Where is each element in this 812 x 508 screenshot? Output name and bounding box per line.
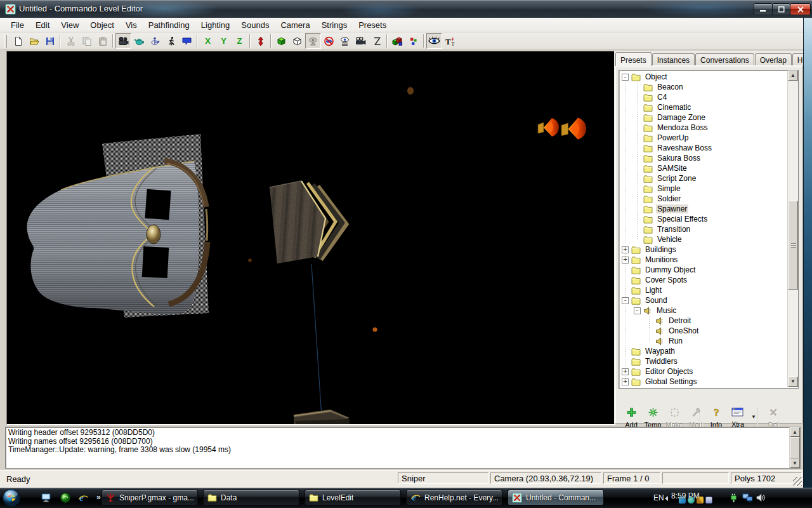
wireframe-cube-icon[interactable] bbox=[289, 33, 305, 49]
tree-item-munitions[interactable]: + Munitions bbox=[619, 255, 787, 265]
minimize-button[interactable] bbox=[754, 3, 773, 15]
tree-scrollbar[interactable]: ▲ ▼ bbox=[787, 70, 798, 387]
distant-marker[interactable] bbox=[248, 258, 252, 262]
output-log[interactable]: Writing header offset 9295312 (008DD5D0)… bbox=[5, 427, 801, 469]
tab-presets[interactable]: Presets bbox=[615, 52, 652, 66]
taskbar-button-data[interactable]: Data bbox=[203, 490, 299, 505]
taskbar-button-untitled-comman[interactable]: Untitled - Comman... bbox=[508, 490, 604, 505]
tree-item-oneshot[interactable]: OneShot bbox=[619, 326, 787, 336]
lower-model[interactable] bbox=[294, 410, 350, 424]
tray-clock[interactable]: 8:59 PM bbox=[671, 491, 700, 500]
big-eye-icon[interactable] bbox=[426, 33, 442, 49]
scope-model[interactable] bbox=[20, 134, 210, 324]
resize-grip[interactable] bbox=[793, 477, 802, 486]
scrollbar-thumb[interactable] bbox=[788, 201, 798, 290]
sound-marker[interactable] bbox=[538, 118, 559, 137]
angle-tool-icon[interactable] bbox=[369, 33, 384, 49]
menu-view[interactable]: View bbox=[55, 19, 84, 31]
gimbal-axis-icon[interactable] bbox=[147, 33, 163, 49]
tree-item-mendoza-boss[interactable]: Mendoza Boss bbox=[619, 123, 787, 133]
title-bar[interactable]: Untitled - Commando Level Editor bbox=[0, 0, 812, 18]
tray-network-icon[interactable] bbox=[742, 493, 753, 502]
tray-volume-icon[interactable] bbox=[756, 493, 765, 502]
tree-expander-minus[interactable]: - bbox=[634, 307, 641, 314]
tree-item-waypath[interactable]: Waypath bbox=[619, 346, 787, 356]
menu-object[interactable]: Object bbox=[84, 19, 120, 31]
tree-item-twiddlers[interactable]: Twiddlers bbox=[619, 356, 787, 366]
axis-y-button[interactable]: Y bbox=[216, 33, 232, 49]
paste-icon[interactable] bbox=[95, 33, 110, 49]
chevron-model[interactable] bbox=[264, 175, 346, 417]
tree-item-light[interactable]: Light bbox=[619, 285, 787, 295]
menu-pathfinding[interactable]: Pathfinding bbox=[143, 19, 195, 31]
start-button[interactable] bbox=[2, 488, 21, 508]
menu-edit[interactable]: Edit bbox=[30, 19, 55, 31]
log-scrollbar[interactable]: ▲ ▼ bbox=[789, 427, 800, 468]
render-teapot-icon[interactable] bbox=[131, 33, 147, 49]
copy-icon[interactable] bbox=[79, 33, 95, 49]
tree-item-music[interactable]: - Music bbox=[619, 305, 787, 316]
tree-item-spawner[interactable]: Spawner bbox=[619, 204, 787, 214]
del-button[interactable]: Del bbox=[763, 407, 784, 429]
tree-expander-plus[interactable]: + bbox=[622, 378, 629, 385]
tree-item-global-settings[interactable]: + Global Settings bbox=[619, 377, 787, 387]
scroll-up-button[interactable]: ▲ bbox=[788, 70, 798, 81]
open-folder-icon[interactable] bbox=[26, 33, 42, 49]
tab-instances[interactable]: Instances bbox=[652, 53, 695, 66]
menu-sounds[interactable]: Sounds bbox=[235, 19, 275, 31]
tree-item-script-zone[interactable]: Script Zone bbox=[619, 173, 787, 184]
axis-z-button[interactable]: Z bbox=[232, 33, 247, 49]
make-button[interactable]: Make bbox=[664, 407, 685, 429]
hide-eye-icon[interactable] bbox=[321, 33, 337, 49]
text-size-icon[interactable]: T+T bbox=[442, 33, 458, 49]
distant-marker[interactable] bbox=[407, 87, 414, 95]
tree-item-raveshaw-boss[interactable]: Raveshaw Boss bbox=[619, 143, 787, 153]
menu-strings[interactable]: Strings bbox=[316, 19, 353, 31]
movie-camera-icon[interactable] bbox=[115, 33, 131, 49]
tree-item-simple[interactable]: Simple bbox=[619, 184, 787, 194]
media-orb-icon[interactable] bbox=[60, 493, 71, 503]
flag-marker-icon[interactable] bbox=[179, 33, 195, 49]
tree-item-detroit[interactable]: Detroit bbox=[619, 316, 787, 326]
save-icon[interactable] bbox=[42, 33, 58, 49]
tree-item-soldier[interactable]: Soldier bbox=[619, 194, 787, 204]
tree-item-transition[interactable]: Transition bbox=[619, 224, 787, 234]
menu-camera[interactable]: Camera bbox=[275, 19, 315, 31]
menu-file[interactable]: File bbox=[5, 19, 30, 31]
vertical-move-icon[interactable] bbox=[252, 33, 268, 49]
taskbar-button-leveledit[interactable]: LevelEdit bbox=[304, 490, 401, 505]
presets-tree[interactable]: - Object Beacon C4 Cinematic Damage Zone bbox=[619, 70, 799, 389]
menu-lighting[interactable]: Lighting bbox=[195, 19, 236, 31]
scrollbar-thumb[interactable] bbox=[790, 437, 800, 458]
internet-explorer-icon[interactable]: e bbox=[77, 493, 89, 503]
menu-presets[interactable]: Presets bbox=[353, 19, 392, 31]
color-points-icon[interactable] bbox=[405, 33, 421, 49]
tree-item-buildings[interactable]: + Buildings bbox=[619, 244, 787, 255]
scroll-down-button[interactable]: ▼ bbox=[788, 377, 798, 387]
tree-item-vehicle[interactable]: Vehicle bbox=[619, 234, 787, 244]
close-button[interactable] bbox=[790, 3, 811, 15]
sound-marker[interactable] bbox=[561, 117, 586, 139]
axis-x-button[interactable]: X bbox=[200, 33, 216, 49]
tree-item-beacon[interactable]: Beacon bbox=[619, 82, 787, 92]
tree-item-run[interactable]: Run bbox=[619, 336, 787, 346]
show-desktop-icon[interactable] bbox=[41, 493, 52, 503]
tray-chevron-icon[interactable] bbox=[665, 496, 668, 501]
scroll-up-button[interactable]: ▲ bbox=[790, 427, 800, 437]
eye-triangle-icon[interactable] bbox=[305, 33, 321, 49]
color-cubes-icon[interactable] bbox=[390, 33, 405, 49]
tray-language[interactable]: EN bbox=[653, 493, 664, 502]
tree-expander-plus[interactable]: + bbox=[622, 368, 629, 375]
tree-item-cover-spots[interactable]: Cover Spots bbox=[619, 275, 787, 285]
maximize-button[interactable] bbox=[772, 3, 790, 15]
taskbar-button-renhelp-net-every[interactable]: e RenHelp.net - Every... bbox=[406, 490, 502, 505]
add-button[interactable]: Add bbox=[620, 407, 642, 429]
cut-icon[interactable] bbox=[63, 33, 79, 49]
tree-item-powerup[interactable]: PowerUp bbox=[619, 133, 787, 143]
tree-item-editor-objects[interactable]: + Editor Objects bbox=[619, 366, 787, 377]
walk-mode-icon[interactable] bbox=[163, 33, 179, 49]
xtra-button[interactable]: Xtra bbox=[727, 407, 749, 428]
tree-expander-minus[interactable]: - bbox=[622, 297, 629, 304]
menu-vis[interactable]: Vis bbox=[120, 19, 143, 31]
xtra-dropdown-arrow[interactable]: ▼ bbox=[751, 414, 756, 420]
